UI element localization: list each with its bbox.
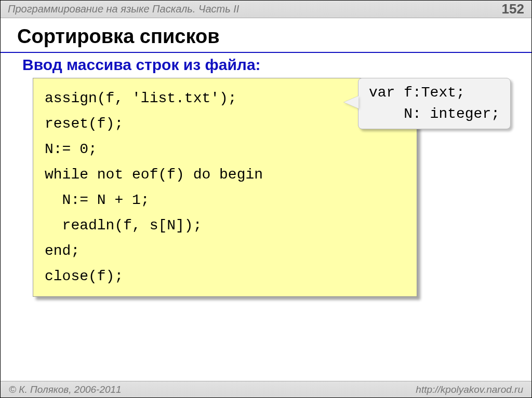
copyright: © К. Поляков, 2006-2011 bbox=[9, 384, 122, 395]
code-line: readln(f, s[N]); bbox=[45, 213, 405, 238]
footer-url: http://kpolyakov.narod.ru bbox=[416, 384, 523, 395]
callout-box: var f:Text; N: integer; bbox=[358, 78, 511, 129]
page-number: 152 bbox=[502, 1, 524, 17]
subtitle: Ввод массива строк из файла: bbox=[1, 53, 531, 78]
code-line: N:= N + 1; bbox=[45, 187, 405, 213]
breadcrumb: Программирование на языке Паскаль. Часть… bbox=[8, 3, 239, 15]
page-title: Сортировка списков bbox=[1, 18, 531, 53]
footer-bar: © К. Поляков, 2006-2011 http://kpolyakov… bbox=[1, 381, 531, 397]
code-line: N:= 0; bbox=[45, 136, 405, 162]
callout-tail-icon bbox=[344, 96, 358, 108]
code-line: end; bbox=[45, 238, 405, 264]
code-line: close(f); bbox=[45, 264, 405, 289]
header-bar: Программирование на языке Паскаль. Часть… bbox=[1, 1, 531, 18]
callout-line: N: integer; bbox=[369, 104, 500, 125]
callout-line: var f:Text; bbox=[369, 83, 500, 104]
content-area: assign(f, 'list.txt'); reset(f); N:= 0; … bbox=[1, 78, 531, 297]
code-line: reset(f); bbox=[45, 111, 405, 136]
slide: Программирование на языке Паскаль. Часть… bbox=[0, 0, 532, 398]
code-line: while not eof(f) do begin bbox=[45, 162, 405, 187]
